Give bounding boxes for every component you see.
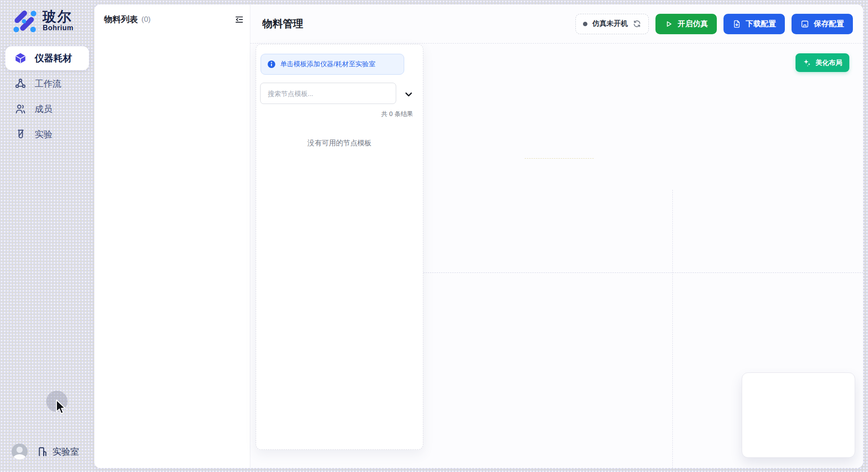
brand-name-zh: 玻尔 <box>43 10 73 24</box>
brand-logo: 玻尔 Bohrium <box>12 8 73 34</box>
info-icon <box>267 60 276 68</box>
status-dot-icon <box>583 22 587 26</box>
workflow-icon <box>15 78 26 89</box>
members-icon <box>15 103 26 115</box>
sidebar-item-label: 工作流 <box>35 78 61 90</box>
chevron-down-icon[interactable] <box>403 89 414 100</box>
search-input[interactable] <box>260 83 396 104</box>
save-icon <box>800 20 809 28</box>
canvas-header: 物料管理 仿真未开机 开启仿真 <box>250 4 863 44</box>
simulation-status-label: 仿真未开机 <box>592 19 628 28</box>
canvas-guide-vertical <box>672 190 673 468</box>
collapse-panel-icon <box>234 15 244 24</box>
save-config-button[interactable]: 保存配置 <box>792 14 853 34</box>
sparkles-icon <box>803 58 812 67</box>
sidebar-footer: 实验室 <box>12 444 79 460</box>
sidebar-item-instruments[interactable]: 仪器耗材 <box>5 46 89 70</box>
simulation-status-pill: 仿真未开机 <box>575 14 649 34</box>
sidebar-item-label: 实验 <box>35 128 52 140</box>
empty-templates-message: 没有可用的节点模板 <box>256 139 423 148</box>
start-simulation-label: 开启仿真 <box>678 19 708 29</box>
brand-name-en: Bohrium <box>43 24 73 32</box>
cube-icon <box>15 52 26 64</box>
materials-list-panel: 物料列表 (0) <box>94 4 250 468</box>
materials-list-header: 物料列表 (0) <box>94 4 250 35</box>
lab-switcher[interactable]: 实验室 <box>36 446 79 458</box>
sidebar-item-workflow[interactable]: 工作流 <box>5 72 89 96</box>
collapse-panel-button[interactable] <box>233 13 245 26</box>
start-simulation-button[interactable]: 开启仿真 <box>655 14 717 34</box>
download-config-button[interactable]: 下载配置 <box>723 14 785 34</box>
canvas-guide-segment <box>525 158 594 159</box>
sidebar-item-label: 成员 <box>35 103 52 115</box>
materials-list-count: (0) <box>141 15 151 24</box>
save-config-label: 保存配置 <box>814 19 844 29</box>
sidebar-item-experiments[interactable]: 实验 <box>5 122 89 146</box>
result-count: 共 0 条结果 <box>381 110 413 118</box>
main-panel: 物料列表 (0) 物料管理 仿真未开机 <box>94 4 863 468</box>
beautify-layout-label: 美化布局 <box>816 59 842 67</box>
node-template-panel: 单击模板添加仪器/耗材至实验室 共 0 条结果 没有可用的节点模板 <box>256 44 423 450</box>
refresh-icon[interactable] <box>633 20 641 28</box>
mouse-cursor <box>56 400 67 417</box>
canvas-minimap[interactable] <box>742 372 855 458</box>
search-row <box>260 83 420 104</box>
materials-list-title: 物料列表 <box>104 14 138 25</box>
info-banner-text: 单击模板添加仪器/耗材至实验室 <box>280 60 375 68</box>
beautify-layout-button[interactable]: 美化布局 <box>796 53 849 72</box>
sidebar-item-label: 仪器耗材 <box>35 52 72 64</box>
user-avatar[interactable] <box>12 444 28 460</box>
download-icon <box>732 20 741 28</box>
download-config-label: 下载配置 <box>746 19 776 29</box>
page-title: 物料管理 <box>262 17 303 31</box>
bohrium-logo-icon <box>12 8 37 34</box>
play-icon <box>664 20 673 28</box>
experiment-icon <box>15 128 26 140</box>
canvas-guide-horizontal <box>423 272 863 273</box>
sidebar-nav: 仪器耗材 工作流 成员 <box>5 46 89 148</box>
building-icon <box>36 446 48 457</box>
info-banner: 单击模板添加仪器/耗材至实验室 <box>261 54 404 75</box>
canvas-area[interactable]: 物料管理 仿真未开机 开启仿真 <box>250 4 863 468</box>
lab-label: 实验室 <box>52 446 79 458</box>
sidebar-item-members[interactable]: 成员 <box>5 97 89 121</box>
sidebar: 玻尔 Bohrium 仪器耗材 工作流 <box>0 0 94 472</box>
